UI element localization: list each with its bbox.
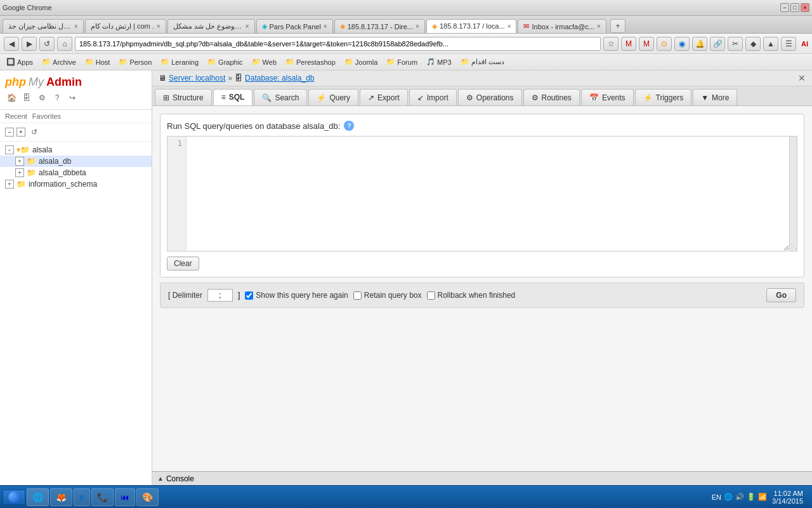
tab-1-close[interactable]: × [74, 23, 78, 30]
reload-button[interactable]: ↺ [39, 37, 55, 51]
tab-5-close[interactable]: × [416, 23, 419, 30]
bookmark-star[interactable]: ☆ [603, 37, 619, 51]
tab-2-close[interactable]: × [157, 23, 160, 30]
minimize-button[interactable]: − [780, 3, 789, 12]
favorites-link[interactable]: Favorites [32, 112, 61, 120]
ext5-icon[interactable]: ◆ [745, 37, 761, 51]
new-tab-button[interactable]: + [610, 19, 625, 33]
ext4-icon[interactable]: ✂ [728, 37, 743, 51]
pma-icon[interactable]: ⊙ [657, 37, 672, 51]
bookmark-apps[interactable]: 🔲 Apps [3, 57, 37, 67]
tab-4-close[interactable]: × [324, 23, 327, 30]
pma-help-icon[interactable]: ? [51, 91, 63, 104]
tab-5[interactable]: ◈ 185.8.173.17 - Dire... × [334, 19, 425, 33]
pma-settings-icon[interactable]: ⚙ [36, 91, 48, 104]
tab-4[interactable]: ◈ Pars Pack Panel × [256, 19, 333, 33]
recent-link[interactable]: Recent [5, 112, 27, 120]
tab-import[interactable]: ↙ Import [409, 89, 457, 105]
bookmark-mp3[interactable]: 🎵 MP3 [422, 57, 455, 67]
speaker-tray-icon[interactable]: 🔊 [735, 493, 744, 501]
bookmark-host[interactable]: 📁 Host [81, 57, 114, 67]
retain-query-checkbox[interactable] [353, 291, 362, 300]
alsala_dbbeta-expand-icon[interactable]: + [15, 168, 24, 177]
tab-more[interactable]: ▼ More [693, 89, 737, 105]
tab-6-close[interactable]: × [508, 23, 511, 30]
tab-export[interactable]: ↗ Export [360, 89, 408, 105]
bookmark-leraning[interactable]: 📁 Leraning [157, 57, 202, 67]
bookmark-web[interactable]: 📁 Web [248, 57, 280, 67]
bookmark-joomla[interactable]: 📁 Joomla [341, 57, 381, 67]
pma-home-icon[interactable]: 🏠 [5, 91, 18, 104]
tab-search[interactable]: 🔍 Search [254, 89, 307, 105]
close-button[interactable]: × [801, 3, 809, 12]
taskbar-firefox[interactable]: 🦊 [50, 488, 72, 506]
tab-events[interactable]: 📅 Events [581, 89, 634, 105]
tab-6[interactable]: ◈ 185.8.173.17 / loca... × [426, 19, 517, 33]
taskbar-viber[interactable]: 📞 [91, 488, 114, 506]
tree-root-alsala[interactable]: − ▾📁 alsala [0, 144, 152, 156]
bookmark-graphic[interactable]: 📁 Graphic [204, 57, 247, 67]
bookmark-archive[interactable]: 📁 Archive [38, 57, 80, 67]
tree-db-alsala_dbbeta[interactable]: + 📁 alsala_dbbeta [0, 167, 152, 178]
maximize-button[interactable]: □ [790, 3, 799, 12]
tab-3[interactable]: موضوع حل شد مشکل... × [167, 19, 255, 33]
forward-button[interactable]: ▶ [22, 37, 37, 51]
expand-all-button[interactable]: + [16, 128, 25, 137]
signal-tray-icon[interactable]: 📶 [758, 493, 767, 501]
network-tray-icon[interactable]: 🌐 [724, 493, 733, 501]
server-link[interactable]: Server: localhost [169, 74, 225, 83]
ext6-icon[interactable]: ▲ [763, 37, 778, 51]
reload-sidebar-icon[interactable]: ↺ [28, 126, 41, 138]
tab-1[interactable]: سئوال نظامی جیزان حذ... × [3, 19, 84, 33]
sql-help-icon[interactable]: ? [344, 121, 354, 131]
alsala-collapse-icon[interactable]: − [5, 145, 14, 154]
back-button[interactable]: ◀ [4, 37, 19, 51]
ext3-icon[interactable]: 🔗 [710, 37, 725, 51]
go-button[interactable]: Go [766, 288, 796, 302]
ext1-icon[interactable]: ◉ [674, 37, 690, 51]
information_schema-expand-icon[interactable]: + [5, 180, 14, 189]
settings-icon[interactable]: ☰ [781, 37, 796, 51]
tree-db-alsala_db[interactable]: + 📁 alsala_db [0, 156, 152, 167]
bookmark-dast[interactable]: 📁 دست اقدام [457, 57, 508, 67]
breadcrumb-close-icon[interactable]: ✕ [798, 73, 806, 83]
tab-sql[interactable]: ≡ SQL [213, 89, 253, 105]
console-label[interactable]: Console [166, 474, 194, 483]
db-link[interactable]: Database: alsala_db [245, 74, 314, 83]
taskbar-chrome[interactable]: 🌐 [27, 488, 49, 506]
tab-2[interactable]: ارتش دات کام | com . × [85, 19, 166, 33]
gmail-icon[interactable]: M [621, 37, 636, 51]
tab-7-close[interactable]: × [597, 23, 601, 30]
tab-routines[interactable]: ⚙ Routines [523, 89, 580, 105]
bookmark-perestashop[interactable]: 📁 Perestashop [282, 57, 339, 67]
ext2-icon[interactable]: 🔔 [692, 37, 707, 51]
taskbar-paint[interactable]: 🎨 [136, 488, 159, 506]
bookmark-forum[interactable]: 📁 Forum [383, 57, 421, 67]
tab-structure[interactable]: ⊞ Structure [155, 89, 212, 105]
collapse-all-button[interactable]: − [5, 128, 14, 137]
start-button[interactable] [3, 490, 25, 505]
taskbar-ie[interactable]: e [74, 488, 90, 506]
tab-triggers[interactable]: ⚡ Triggers [635, 89, 692, 105]
clear-button[interactable]: Clear [167, 257, 199, 271]
rollback-checkbox[interactable] [427, 291, 435, 300]
taskbar-media[interactable]: ⏮ [115, 488, 135, 506]
sql-textarea[interactable] [187, 137, 789, 251]
home-button[interactable]: ⌂ [57, 37, 72, 51]
retain-query-label: Retain query box [364, 291, 422, 300]
tab-operations[interactable]: ⚙ Operations [458, 89, 522, 105]
pma-db-icon[interactable]: 🗄 [20, 91, 33, 104]
tab-7[interactable]: ✉ Inbox - irmacfa@c... × [518, 19, 606, 33]
tree-root-information_schema[interactable]: + 📁 information_schema [0, 178, 152, 190]
resize-handle[interactable]: ⋱ [789, 137, 797, 251]
gmail-ext-icon[interactable]: M [639, 37, 654, 51]
pma-exit-icon[interactable]: ↪ [66, 91, 79, 104]
show-query-checkbox[interactable] [245, 291, 253, 300]
bookmark-person[interactable]: 📁 Person [115, 57, 155, 67]
tab-3-close[interactable]: × [246, 23, 249, 30]
delimiter-input[interactable] [207, 289, 233, 302]
tab-query[interactable]: ⚡ Query [308, 89, 358, 105]
address-bar[interactable] [75, 37, 601, 51]
battery-tray-icon[interactable]: 🔋 [747, 493, 756, 501]
alsala_db-expand-icon[interactable]: + [15, 157, 24, 166]
